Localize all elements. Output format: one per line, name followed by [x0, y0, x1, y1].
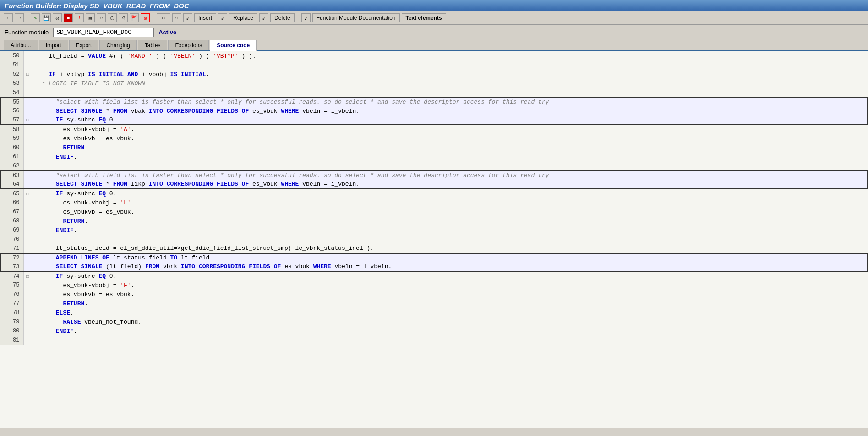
delete-button[interactable]: Delete [270, 13, 295, 22]
tab-exceptions[interactable]: Exceptions [168, 40, 209, 50]
line-content[interactable]: es_vbukvb = es_vbuk. [32, 207, 868, 216]
line-content[interactable]: RAISE vbeln_not_found. [32, 317, 868, 326]
line-content[interactable]: IF sy-subrc EQ 0. [32, 189, 868, 198]
text-elements-button[interactable]: Text elements [402, 13, 446, 22]
forward-icon[interactable]: → [15, 13, 24, 22]
function-module-doc-button[interactable]: Function Module Documentation [312, 13, 400, 22]
line-number: 75 [0, 281, 23, 290]
line-marker [23, 198, 32, 207]
line-content[interactable]: RETURN. [32, 299, 868, 308]
target-icon[interactable]: ◎ [53, 13, 62, 22]
line-marker [23, 88, 32, 97]
line-content[interactable]: lt_status_field = cl_sd_ddic_util=>get_d… [32, 244, 868, 253]
save-icon[interactable]: 💾 [42, 13, 51, 22]
code-line-68: 68 RETURN. [0, 216, 868, 226]
line-number: 55 [0, 97, 23, 106]
connect-icon[interactable]: ↔ [97, 13, 106, 22]
insert-button[interactable]: Insert [194, 13, 216, 22]
code-area[interactable]: 50 lt_field = VALUE #( ( 'MANDT' ) ( 'VB… [0, 51, 868, 428]
copy-icon[interactable]: ↔ [172, 13, 181, 22]
line-content[interactable]: IF i_vbtyp IS INITIAL AND i_vbobj IS INI… [32, 70, 868, 79]
replace-lbl-icon[interactable]: ↙ [218, 13, 227, 22]
line-content[interactable]: "select with field list is faster than s… [32, 171, 868, 180]
code-line-76: 76 es_vbukvb = es_vbuk. [0, 290, 868, 299]
line-content[interactable] [32, 88, 868, 97]
code-line-62: 62 [0, 161, 868, 171]
line-content[interactable] [32, 161, 868, 171]
line-content[interactable]: IF sy-subrc EQ 0. [32, 271, 868, 281]
line-content[interactable]: * LOGIC IF TABLE IS NOT KNOWN [32, 79, 868, 88]
sep1 [27, 13, 27, 22]
code-line-57: 57□ IF sy-subrc EQ 0. [0, 116, 868, 125]
line-content[interactable]: ENDIF. [32, 226, 868, 235]
line-content[interactable]: es_vbuk-vbobj = 'L'. [32, 198, 868, 207]
doc-lbl-icon[interactable]: ↙ [301, 13, 311, 22]
line-content[interactable]: RETURN. [32, 216, 868, 226]
line-content[interactable]: es_vbukvb = es_vbuk. [32, 134, 868, 143]
line-content[interactable]: "select with field list is faster than s… [32, 97, 868, 106]
pattern-button[interactable]: ↔ [157, 13, 170, 22]
line-marker [23, 134, 32, 143]
code-line-50: 50 lt_field = VALUE #( ( 'MANDT' ) ( 'VB… [0, 51, 868, 61]
line-content[interactable] [32, 61, 868, 70]
line-content[interactable]: lt_field = VALUE #( ( 'MANDT' ) ( 'VBELN… [32, 51, 868, 61]
tab-tables[interactable]: Tables [138, 40, 168, 50]
line-content[interactable] [32, 336, 868, 345]
stop-icon[interactable]: ■ [64, 13, 73, 22]
line-marker [23, 51, 32, 61]
line-content[interactable]: es_vbuk-vbobj = 'A'. [32, 125, 868, 134]
code-line-72: 72 APPEND LINES OF lt_status_field TO lt… [0, 253, 868, 262]
line-content[interactable]: es_vbukvb = es_vbuk. [32, 290, 868, 299]
replace-button[interactable]: Replace [229, 13, 257, 22]
line-number: 52 [0, 70, 23, 79]
line-number: 70 [0, 235, 23, 244]
stop2-icon[interactable]: ⊠ [141, 13, 150, 22]
toolbar: ← → ✎ 💾 ◎ ■ ! ▤ ↔ ⬡ 🖨 🚩 ⊠ ↔ ↔ ↙ Insert ↙… [0, 11, 868, 25]
code-line-59: 59 es_vbukvb = es_vbuk. [0, 134, 868, 143]
line-marker: □ [23, 116, 32, 125]
print-icon[interactable]: 🖨 [119, 13, 128, 22]
line-marker [23, 161, 32, 171]
flag-icon[interactable]: 🚩 [130, 13, 139, 22]
line-content[interactable]: RETURN. [32, 143, 868, 152]
line-content[interactable]: SELECT SINGLE * FROM vbak INTO CORRESPON… [32, 106, 868, 116]
line-number: 78 [0, 308, 23, 317]
code-line-73: 73 SELECT SINGLE (lt_field) FROM vbrk IN… [0, 262, 868, 271]
line-marker [23, 171, 32, 180]
delete-lbl-icon[interactable]: ↙ [259, 13, 268, 22]
edit-icon[interactable]: ✎ [31, 13, 40, 22]
tab-import[interactable]: Import [39, 40, 68, 50]
grid-icon[interactable]: ▤ [86, 13, 95, 22]
line-content[interactable]: IF sy-subrc EQ 0. [32, 116, 868, 125]
tab-source-code[interactable]: Source code [210, 40, 257, 51]
line-content[interactable]: ENDIF. [32, 326, 868, 336]
tab-export[interactable]: Export [69, 40, 99, 50]
code-line-60: 60 RETURN. [0, 143, 868, 152]
line-marker: □ [23, 70, 32, 79]
code-line-56: 56 SELECT SINGLE * FROM vbak INTO CORRES… [0, 106, 868, 116]
line-content[interactable]: APPEND LINES OF lt_status_field TO lt_fi… [32, 253, 868, 262]
line-marker [23, 106, 32, 116]
insert-lbl-icon[interactable]: ↙ [183, 13, 192, 22]
code-line-81: 81 [0, 336, 868, 345]
tab-changing[interactable]: Changing [99, 40, 136, 50]
code-line-54: 54 [0, 88, 868, 97]
code-line-51: 51 [0, 61, 868, 70]
line-content[interactable]: es_vbuk-vbobj = 'F'. [32, 281, 868, 290]
code-line-74: 74□ IF sy-subrc EQ 0. [0, 271, 868, 281]
line-content[interactable] [32, 235, 868, 244]
line-content[interactable]: ELSE. [32, 308, 868, 317]
line-content[interactable]: ENDIF. [32, 152, 868, 161]
tab-attributes[interactable]: Attribu... [4, 40, 38, 50]
line-marker [23, 326, 32, 336]
line-content[interactable]: SELECT SINGLE (lt_field) FROM vbrk INTO … [32, 262, 868, 271]
line-marker [23, 207, 32, 216]
function-module-input[interactable] [53, 28, 154, 37]
back-icon[interactable]: ← [4, 13, 13, 22]
function-bar: Function module Active [0, 25, 868, 40]
line-content[interactable]: SELECT SINGLE * FROM likp INTO CORRESPON… [32, 180, 868, 189]
exclaim-icon[interactable]: ! [75, 13, 84, 22]
tree-icon[interactable]: ⬡ [108, 13, 117, 22]
line-marker [23, 61, 32, 70]
window-title: Function Builder: Display SD_VBUK_READ_F… [0, 0, 868, 11]
